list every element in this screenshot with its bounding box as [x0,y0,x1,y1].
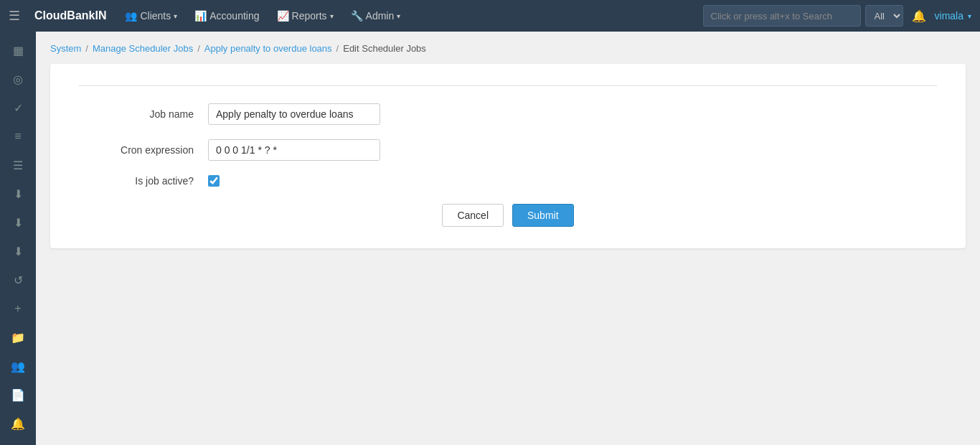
main-content: System / Manage Scheduler Jobs / Apply p… [36,32,980,445]
job-name-label: Job name [79,108,208,120]
layout: ▦ ◎ ✓ ≡ ☰ ⬇ ⬇ ⬇ ↺ + 📁 👥 📄 🔔 System / Man… [0,32,980,445]
cron-input[interactable] [208,139,380,161]
sidebar-download1-icon[interactable]: ⬇ [4,181,32,207]
submit-button[interactable]: Submit [512,204,574,227]
sidebar-check-icon[interactable]: ✓ [4,95,32,121]
hamburger-icon[interactable]: ☰ [9,8,20,24]
is-active-group: Is job active? [79,175,937,187]
cron-label: Cron expression [79,144,208,156]
search-area: All 🔔 vimala ▾ [703,5,971,27]
job-name-group: Job name [79,103,937,125]
is-active-checkbox[interactable] [208,175,220,187]
form-card: Job name Cron expression Is job active? … [50,64,966,248]
breadcrumb: System / Manage Scheduler Jobs / Apply p… [50,43,966,54]
sidebar-target-icon[interactable]: ◎ [4,66,32,92]
notification-bell-icon[interactable]: 🔔 [912,9,926,23]
nav-admin-label: Admin [366,10,395,22]
user-caret-icon[interactable]: ▾ [968,12,971,20]
form-actions: Cancel Submit [79,204,937,227]
job-name-input[interactable] [208,103,380,125]
search-scope-dropdown[interactable]: All [865,5,903,27]
nav-clients-label: Clients [140,10,171,22]
nav-accounting[interactable]: 📊 Accounting [187,6,266,26]
sidebar-list2-icon[interactable]: ☰ [4,152,32,178]
sidebar-group-icon[interactable]: 👥 [4,353,32,379]
navbar: ☰ CloudBankIN 👥 Clients ▾ 📊 Accounting 📈… [0,0,980,32]
admin-caret-icon: ▾ [397,12,400,20]
nav-reports[interactable]: 📈 Reports ▾ [270,6,341,26]
accounting-icon: 📊 [194,10,207,22]
sidebar: ▦ ◎ ✓ ≡ ☰ ⬇ ⬇ ⬇ ↺ + 📁 👥 📄 🔔 [0,32,36,445]
nav-accounting-label: Accounting [209,10,259,22]
admin-icon: 🔧 [351,10,363,22]
breadcrumb-sep3: / [336,43,339,54]
form-divider [79,85,937,86]
breadcrumb-sep2: / [197,43,200,54]
cron-group: Cron expression [79,139,937,161]
breadcrumb-manage-scheduler[interactable]: Manage Scheduler Jobs [93,43,193,54]
breadcrumb-sep1: / [85,43,88,54]
search-input[interactable] [703,5,861,27]
sidebar-plus-icon[interactable]: + [4,296,32,322]
nav-reports-label: Reports [292,10,327,22]
nav-menu: 👥 Clients ▾ 📊 Accounting 📈 Reports ▾ 🔧 A… [118,6,691,26]
sidebar-dashboard-icon[interactable]: ▦ [4,37,32,63]
breadcrumb-current: Edit Scheduler Jobs [343,43,426,54]
sidebar-file-icon[interactable]: 📄 [4,382,32,408]
breadcrumb-system[interactable]: System [50,43,81,54]
clients-caret-icon: ▾ [174,12,177,20]
sidebar-list-icon[interactable]: ≡ [4,123,32,149]
sidebar-refresh-icon[interactable]: ↺ [4,267,32,293]
cancel-button[interactable]: Cancel [442,204,504,227]
sidebar-bell-icon[interactable]: 🔔 [4,411,32,436]
is-active-label: Is job active? [79,175,208,187]
nav-clients[interactable]: 👥 Clients ▾ [118,6,184,26]
breadcrumb-apply-penalty[interactable]: Apply penalty to overdue loans [204,43,332,54]
nav-admin[interactable]: 🔧 Admin ▾ [344,6,408,26]
user-menu[interactable]: vimala [935,10,963,22]
sidebar-download3-icon[interactable]: ⬇ [4,238,32,264]
sidebar-download2-icon[interactable]: ⬇ [4,210,32,235]
sidebar-folder-icon[interactable]: 📁 [4,324,32,350]
clients-icon: 👥 [125,10,137,22]
reports-icon: 📈 [277,10,289,22]
brand-logo: CloudBankIN [34,9,106,22]
reports-caret-icon: ▾ [330,12,334,20]
